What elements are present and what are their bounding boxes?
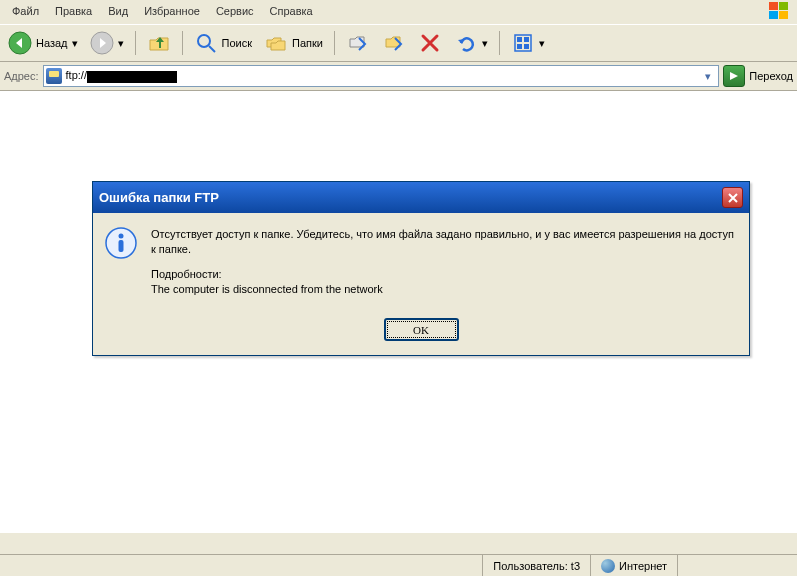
toolbar: Назад ▾ ▾ Поиск Папки ▾ ▾ <box>0 25 797 62</box>
content-area: Ошибка папки FTP Отсутствует доступ к па… <box>0 91 797 533</box>
separator <box>499 31 500 55</box>
address-bar: Адрес: ftp:// ▾ Переход <box>0 62 797 91</box>
undo-icon <box>454 31 478 55</box>
go-label: Переход <box>749 70 793 82</box>
redacted <box>87 71 177 83</box>
status-bar: Пользователь: t3 Интернет <box>0 554 797 576</box>
folders-icon <box>264 31 288 55</box>
status-zone: Интернет <box>590 555 677 576</box>
chevron-down-icon: ▾ <box>482 37 488 50</box>
forward-button[interactable]: ▾ <box>86 28 128 58</box>
address-text: ftp:// <box>66 69 701 82</box>
ok-button[interactable]: OK <box>384 318 459 341</box>
search-icon <box>194 31 218 55</box>
back-icon <box>8 31 32 55</box>
windows-logo-icon <box>765 2 793 22</box>
chevron-down-icon: ▾ <box>118 37 124 50</box>
back-button[interactable]: Назад ▾ <box>4 28 82 58</box>
svg-rect-11 <box>517 44 522 49</box>
svg-point-6 <box>198 35 210 47</box>
svg-rect-12 <box>524 44 529 49</box>
separator <box>135 31 136 55</box>
close-button[interactable] <box>722 187 743 208</box>
up-button[interactable] <box>143 28 175 58</box>
svg-point-14 <box>119 234 124 239</box>
menu-edit[interactable]: Правка <box>47 2 100 22</box>
menu-file[interactable]: Файл <box>4 2 47 22</box>
copy-to-button[interactable] <box>378 28 410 58</box>
menu-bar: Файл Правка Вид Избранное Сервис Справка <box>0 0 797 25</box>
svg-rect-0 <box>769 2 778 10</box>
svg-rect-9 <box>517 37 522 42</box>
close-icon <box>727 192 739 204</box>
menu-view[interactable]: Вид <box>100 2 136 22</box>
address-field[interactable]: ftp:// ▾ <box>43 65 720 87</box>
delete-icon <box>418 31 442 55</box>
views-button[interactable]: ▾ <box>507 28 549 58</box>
chevron-down-icon: ▾ <box>539 37 545 50</box>
move-to-button[interactable] <box>342 28 374 58</box>
address-label: Адрес: <box>4 70 39 82</box>
svg-rect-1 <box>779 2 788 10</box>
forward-icon <box>90 31 114 55</box>
dialog-message: Отсутствует доступ к папке. Убедитесь, ч… <box>151 227 737 306</box>
globe-icon <box>601 559 615 573</box>
chevron-down-icon: ▾ <box>72 37 78 50</box>
menu-help[interactable]: Справка <box>262 2 321 22</box>
svg-rect-2 <box>769 11 778 19</box>
menu-favorites[interactable]: Избранное <box>136 2 208 22</box>
svg-line-7 <box>209 46 215 52</box>
status-empty <box>677 555 797 576</box>
dialog-titlebar[interactable]: Ошибка папки FTP <box>93 182 749 213</box>
menu-tools[interactable]: Сервис <box>208 2 262 22</box>
error-dialog: Ошибка папки FTP Отсутствует доступ к па… <box>92 181 750 356</box>
copy-to-icon <box>382 31 406 55</box>
move-to-icon <box>346 31 370 55</box>
address-dropdown-icon[interactable]: ▾ <box>700 70 716 83</box>
svg-rect-3 <box>779 11 788 19</box>
separator <box>182 31 183 55</box>
info-icon <box>105 227 137 259</box>
undo-button[interactable]: ▾ <box>450 28 492 58</box>
folder-up-icon <box>147 31 171 55</box>
dialog-title: Ошибка папки FTP <box>99 190 219 205</box>
status-user: Пользователь: t3 <box>482 555 590 576</box>
folders-button[interactable]: Папки <box>260 28 327 58</box>
separator <box>334 31 335 55</box>
go-button[interactable] <box>723 65 745 87</box>
search-button[interactable]: Поиск <box>190 28 256 58</box>
views-icon <box>511 31 535 55</box>
ftp-icon <box>46 68 62 84</box>
svg-rect-15 <box>119 240 124 252</box>
svg-rect-10 <box>524 37 529 42</box>
delete-button[interactable] <box>414 28 446 58</box>
